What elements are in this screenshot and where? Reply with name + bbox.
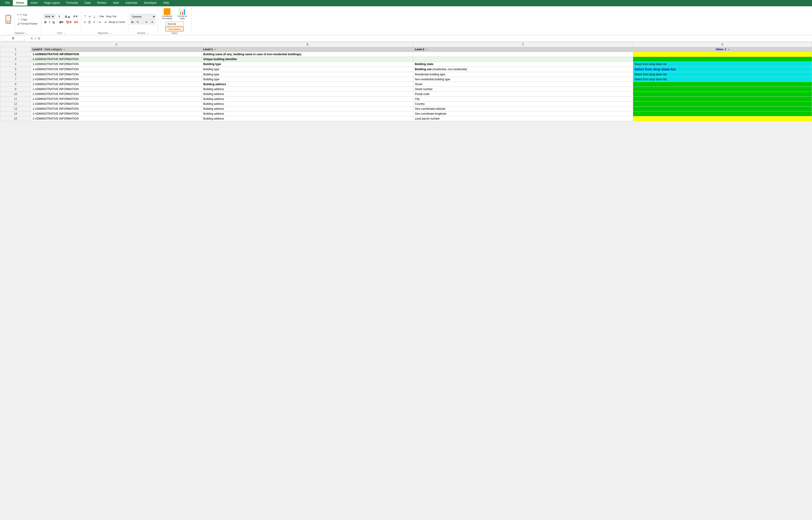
cell-B2[interactable]: Building name (if any; building name in … [202,52,413,57]
cell-C11[interactable]: City [413,97,633,101]
cell-B12[interactable]: Building address [202,101,413,106]
cell-B15[interactable]: Building address [202,116,413,121]
align-top-button[interactable]: ⊤ [83,14,87,19]
cell-G8[interactable] [633,82,812,86]
cell-A1[interactable]: Level 0 - Data category ▾ [31,47,202,52]
currency-button[interactable]: $▾ [130,20,135,24]
bold-button[interactable]: B [44,20,48,25]
cell-C5[interactable]: Building use (residential, non-residenti… [413,67,633,72]
cell-A2[interactable]: 1-ADMINISTRATIVE INFORMATION [31,52,202,57]
tab-data[interactable]: Data [81,0,94,6]
wrap-text-button[interactable]: Wrap Text [105,14,118,19]
cell-G13[interactable] [633,106,812,111]
tab-file[interactable]: File [2,0,13,6]
cut-button[interactable]: ✂ ✂ Cut [17,13,38,17]
align-center-button[interactable]: ☰ [87,20,92,25]
cancel-formula-icon[interactable]: ✕ [30,36,33,40]
name-box[interactable]: I3 [1,36,25,41]
tab-automate[interactable]: Automate [122,0,141,6]
underline-button[interactable]: U [52,20,56,25]
fill-color-button[interactable]: 🎨▾ [65,20,72,25]
font-name-select[interactable]: Arial [44,14,55,19]
cell-A13[interactable]: 1-ADMINISTRATIVE INFORMATION [31,106,202,111]
cell-B3[interactable]: Unique building identifier [202,57,413,61]
cell-C3[interactable] [413,57,633,61]
cell-B4[interactable]: Building type [202,61,413,67]
decimal-increase-button[interactable]: .0↑ [144,20,149,24]
col-header-A[interactable]: A [31,42,202,47]
cell-A7[interactable]: 1-ADMINISTRATIVE INFORMATION [31,77,202,82]
cell-A6[interactable]: 1-ADMINISTRATIVE INFORMATION [31,72,202,77]
cell-A8[interactable]: 1-ADMINISTRATIVE INFORMATION [31,82,202,86]
col-header-C[interactable]: C [413,42,633,47]
cell-G6[interactable]: Select from drop down list [633,72,812,77]
cell-C15[interactable]: Land parcel number [413,116,633,121]
formula-input[interactable] [42,36,811,40]
tab-review[interactable]: Review [94,0,109,6]
cell-C13[interactable]: Geo coordinates-latitude [413,106,633,111]
cell-A15[interactable]: 1-ADMINISTRATIVE INFORMATION [31,116,202,121]
cell-B10[interactable]: Building address [202,92,413,97]
align-left-button[interactable]: ≡ [83,20,87,25]
cell-B7[interactable]: Building type [202,77,413,82]
filter-arrow-A[interactable]: ▾ [64,48,65,51]
insert-function-icon[interactable]: fx [38,36,40,40]
tab-view[interactable]: View [110,0,122,6]
cell-G15[interactable] [633,116,812,121]
cell-B5[interactable]: Building type [202,67,413,72]
cell-C6[interactable]: Residential building type [413,72,633,77]
tab-developer[interactable]: Developer [141,0,160,6]
cell-A11[interactable]: 1-ADMINISTRATIVE INFORMATION [31,97,202,101]
cell-A3[interactable]: 1-ADMINISTRATIVE INFORMATION [31,57,202,61]
cell-A12[interactable]: 1-ADMINISTRATIVE INFORMATION [31,101,202,106]
cell-A9[interactable]: 1-ADMINISTRATIVE INFORMATION [31,86,202,92]
align-bottom-button[interactable]: ⊥ [92,14,96,19]
cell-G10[interactable] [633,92,812,97]
filter-arrow-C[interactable]: ▾ [426,48,427,51]
paste-button[interactable]: 📋 Paste [2,7,15,31]
cell-C1[interactable]: Level 2 ▾ [413,47,633,52]
tab-formulas[interactable]: Formulas [63,0,81,6]
tab-help[interactable]: Help [160,0,172,6]
decrease-font-button[interactable]: A▼ [72,14,79,19]
format-painter-button[interactable]: 🖌 Format Painter [17,22,38,26]
cell-C10[interactable]: Postal code [413,92,633,97]
orientation-button[interactable]: ⟳▾ [99,14,105,19]
cell-B13[interactable]: Building address [202,106,413,111]
format-as-table-button[interactable]: 📊 Format as Table [175,7,189,21]
cell-C7[interactable]: Non-residential building type [413,77,633,82]
style-calculation[interactable]: Calculation [165,27,184,31]
merge-center-button[interactable]: Merge & Center [108,20,126,25]
cell-G1[interactable]: Value- 1 ▾ [633,47,812,52]
filter-arrow-G[interactable]: ▾ [728,48,729,51]
cell-C9[interactable]: Street number [413,86,633,92]
cell-B14[interactable]: Building address [202,111,413,116]
tab-insert[interactable]: Insert [27,0,41,6]
cell-G5[interactable]: Select from drop down list [633,67,812,72]
font-color-button[interactable]: A▾ [73,20,79,25]
align-middle-button[interactable]: ≡ [88,14,92,19]
col-header-B[interactable]: B [202,42,413,47]
border-button[interactable]: ⊞▾ [58,20,64,25]
number-format-select[interactable]: General [130,14,156,19]
cell-C14[interactable]: Geo coordinate-longitude [413,111,633,116]
cell-C12[interactable]: Country [413,101,633,106]
font-size-input[interactable] [56,14,63,19]
percent-button[interactable]: % [135,20,140,24]
copy-button[interactable]: 📄 Copy [17,17,38,21]
cell-A5[interactable]: 1-ADMINISTRATIVE INFORMATION [31,67,202,72]
cell-C2[interactable] [413,52,633,57]
cell-G14[interactable] [633,111,812,116]
cell-B1[interactable]: Level 1 ▾ [202,47,413,52]
increase-font-button[interactable]: A▲ [64,14,72,19]
cell-G4[interactable]: Select from drop down list [633,61,812,67]
tab-page-layout[interactable]: Page Layout [41,0,63,6]
tab-home[interactable]: Home [13,0,27,6]
cell-G9[interactable] [633,86,812,92]
indent-increase-button[interactable]: ⇥ [103,20,107,25]
cell-B11[interactable]: Building address [202,97,413,101]
cell-A4[interactable]: 1-ADMINISTRATIVE INFORMATION [31,61,202,67]
italic-button[interactable]: I [48,20,51,25]
cell-C4[interactable]: Building state [413,61,633,67]
cell-A10[interactable]: 1-ADMINISTRATIVE INFORMATION [31,92,202,97]
